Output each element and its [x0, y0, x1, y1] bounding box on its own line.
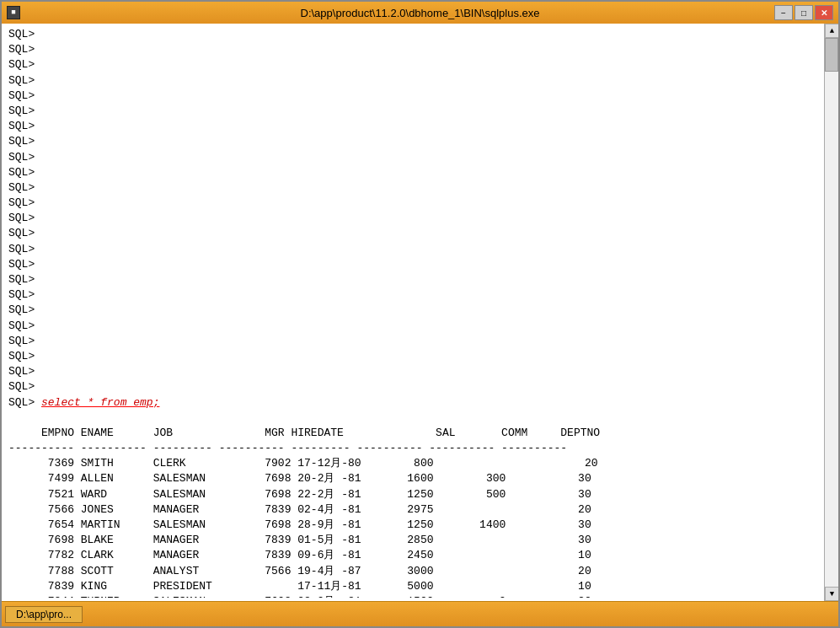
scroll-track [825, 38, 838, 587]
table-header: EMPNO ENAME JOB MGR HIREDATE SAL COMM DE… [8, 427, 600, 454]
window-title: D:\app\product\11.2.0\dbhome_1\BIN\sqlpl… [300, 7, 539, 19]
close-button[interactable]: ✕ [815, 5, 833, 20]
scroll-up-button[interactable]: ▲ [825, 24, 838, 38]
terminal-area[interactable]: SQL> SQL> SQL> SQL> SQL> SQL> SQL> SQL> … [2, 24, 838, 601]
table-rows: 7369 SMITH CLERK 7902 17-12月-80 800 20 7… [8, 457, 598, 598]
window-icon: ■ [7, 6, 20, 19]
scroll-thumb[interactable] [825, 38, 838, 72]
sql-command-line: SQL> select * from emp; [8, 396, 159, 409]
taskbar-button[interactable]: D:\app\pro... [5, 606, 83, 623]
taskbar: D:\app\pro... [2, 601, 838, 626]
title-bar: ■ D:\app\product\11.2.0\dbhome_1\BIN\sql… [2, 2, 838, 24]
maximize-button[interactable]: □ [795, 5, 813, 20]
sql-prompts-top: SQL> SQL> SQL> SQL> SQL> SQL> SQL> SQL> … [8, 28, 35, 393]
terminal-output: SQL> SQL> SQL> SQL> SQL> SQL> SQL> SQL> … [8, 27, 832, 598]
scrollbar[interactable]: ▲ ▼ [824, 24, 838, 601]
title-bar-buttons: − □ ✕ [774, 5, 833, 20]
scroll-down-button[interactable]: ▼ [825, 587, 838, 601]
title-bar-left: ■ [7, 6, 20, 19]
main-window: ■ D:\app\product\11.2.0\dbhome_1\BIN\sql… [0, 0, 840, 628]
minimize-button[interactable]: − [774, 5, 793, 20]
